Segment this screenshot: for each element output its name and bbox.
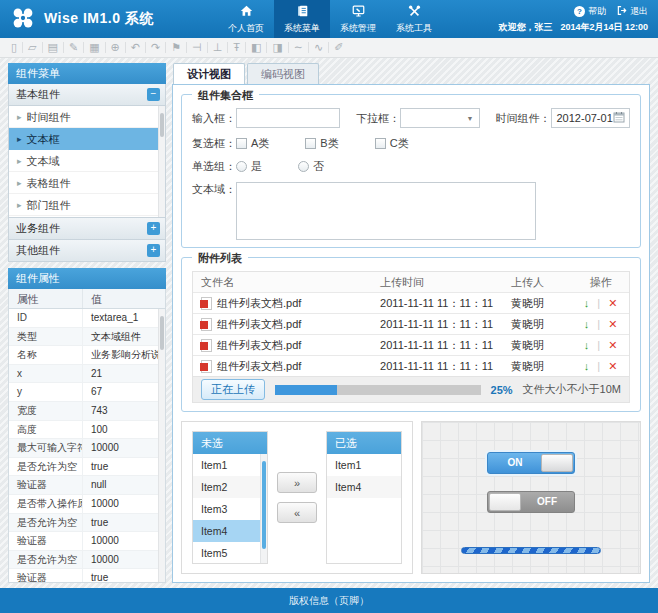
calendar-icon[interactable] (613, 111, 629, 125)
property-value: 67 (83, 383, 165, 401)
anchor-icon[interactable]: ⊥ (208, 42, 229, 53)
unlock-icon[interactable]: ◨ (267, 42, 288, 53)
radio-icon[interactable] (236, 161, 247, 172)
list-item[interactable]: Item1 (327, 454, 401, 476)
undo-icon[interactable]: ↶ (126, 42, 146, 53)
menu-item-textarea[interactable]: ▸ 文本域 (9, 150, 165, 172)
properties-scrollbar[interactable] (158, 309, 165, 582)
logout-label: 退出 (630, 5, 648, 18)
expand-icon[interactable]: + (147, 244, 160, 257)
list-scrollbar[interactable] (260, 454, 267, 563)
menu-scrollbar[interactable] (158, 106, 165, 217)
pencil-icon[interactable]: ✐ (329, 42, 348, 53)
nav-item-home[interactable]: 个人首页 (218, 0, 274, 38)
flag-icon[interactable]: ⚑ (166, 42, 187, 53)
nav-item-system-menu[interactable]: 系统菜单 (274, 0, 330, 38)
line-icon[interactable]: ∼ (289, 42, 309, 53)
checkbox-icon[interactable] (305, 138, 316, 149)
main-nav: 个人首页 系统菜单 系统管理 系统工具 (218, 0, 442, 38)
help-link[interactable]: ? 帮助 (574, 5, 606, 18)
textarea-field[interactable] (236, 182, 536, 240)
property-value: true (83, 458, 165, 476)
edit-icon[interactable]: ✎ (64, 42, 84, 53)
download-icon[interactable]: ↓ (584, 314, 590, 334)
toggle-knob[interactable] (489, 493, 521, 511)
scrollbar-thumb[interactable] (160, 316, 164, 350)
nav-item-system-tools[interactable]: 系统工具 (386, 0, 442, 38)
pdf-file-icon (201, 297, 212, 310)
pdf-file-icon (201, 339, 212, 352)
delete-icon[interactable]: ✕ (608, 314, 617, 334)
delete-icon[interactable]: ▦ (84, 42, 105, 53)
list-item[interactable]: Item2 (193, 476, 267, 498)
checkbox-icon[interactable] (236, 138, 247, 149)
attachment-uploader: 黄晓明 (507, 356, 572, 376)
radio-label: 否 (313, 159, 324, 174)
checkbox-label: B类 (320, 136, 338, 151)
logo-icon (10, 5, 36, 33)
list-item[interactable]: Item5 (193, 542, 267, 563)
radio-yes[interactable]: 是 (236, 159, 262, 174)
move-right-button[interactable]: » (277, 472, 317, 493)
menu-item-textbox[interactable]: ▸ 文本框 (9, 128, 165, 150)
toggle-switch-on[interactable]: ON (487, 452, 575, 474)
toggle-switch-off[interactable]: OFF (487, 491, 575, 513)
col-header-filename: 文件名 (193, 272, 376, 292)
tab-design-view[interactable]: 设计视图 (173, 63, 245, 84)
lock-icon[interactable]: ◧ (246, 42, 267, 53)
list-item[interactable]: Item1 (193, 454, 267, 476)
collapse-icon[interactable]: − (147, 88, 160, 101)
radio-no[interactable]: 否 (298, 159, 324, 174)
accordion-basic-components[interactable]: 基本组件 − (8, 84, 166, 106)
scrollbar-thumb[interactable] (262, 461, 266, 549)
toggle-knob[interactable] (541, 454, 573, 472)
curve-icon[interactable]: ∿ (309, 42, 329, 53)
property-name: 验证器 (9, 476, 83, 494)
open-folder-icon[interactable]: ▱ (23, 42, 42, 53)
publish-icon[interactable]: ⊕ (106, 42, 126, 53)
nav-label: 个人首页 (228, 22, 264, 35)
download-icon[interactable]: ↓ (584, 335, 590, 355)
menu-item-department-component[interactable]: ▸ 部门组件 (9, 194, 165, 216)
download-icon[interactable]: ↓ (584, 356, 590, 376)
tab-code-view[interactable]: 编码视图 (247, 63, 319, 84)
menu-item-time-component[interactable]: ▸ 时间组件 (9, 106, 165, 128)
move-left-button[interactable]: « (277, 502, 317, 523)
value-col-header: 值 (83, 289, 165, 308)
checkbox-icon[interactable] (375, 138, 386, 149)
indent-icon[interactable]: ⊣ (187, 42, 208, 53)
checkbox-class-a[interactable]: A类 (236, 136, 269, 151)
new-file-icon[interactable]: ▯ (6, 42, 23, 53)
select-label: 下拉框： (356, 111, 400, 126)
delete-icon[interactable]: ✕ (608, 356, 617, 376)
nav-item-system-admin[interactable]: 系统管理 (330, 0, 386, 38)
menu-item-table-component[interactable]: ▸ 表格组件 (9, 172, 165, 194)
list-item[interactable]: Item3 (193, 498, 267, 520)
app-logo: Wise IM1.0 系统 (0, 0, 218, 38)
scrollbar-thumb[interactable] (160, 113, 164, 137)
checkbox-class-c[interactable]: C类 (375, 136, 409, 151)
save-icon[interactable]: ▤ (43, 42, 64, 53)
checkbox-class-b[interactable]: B类 (305, 136, 338, 151)
radio-icon[interactable] (298, 161, 309, 172)
col-header-uploader: 上传人 (507, 272, 572, 292)
component-menu-list: ▸ 时间组件 ▸ 文本框 ▸ 文本域 ▸ 表格组件 (8, 106, 166, 218)
download-icon[interactable]: ↓ (584, 293, 590, 313)
attachment-table: 文件名 上传时间 上传人 操作 组件列表文档.pdf 2011-11-11 11… (192, 271, 630, 377)
list-item[interactable]: Item4 (327, 476, 401, 498)
property-name: y (9, 383, 83, 401)
logout-link[interactable]: 退出 (616, 5, 648, 18)
redo-icon[interactable]: ↷ (146, 42, 166, 53)
text-icon[interactable]: Ŧ (228, 42, 246, 53)
table-row: 组件列表文档.pdf 2011-11-11 11：11：11 黄晓明 ↓|✕ (193, 334, 629, 355)
delete-icon[interactable]: ✕ (608, 335, 617, 355)
list-item[interactable]: Item4 (193, 520, 267, 542)
delete-icon[interactable]: ✕ (608, 293, 617, 313)
date-picker-field[interactable]: 2012-07-01 (551, 108, 631, 128)
expand-icon[interactable]: + (147, 222, 160, 235)
uploading-button[interactable]: 正在上传 (201, 379, 265, 400)
accordion-other-components[interactable]: 其他组件 + (8, 240, 166, 262)
accordion-business-components[interactable]: 业务组件 + (8, 218, 166, 240)
dropdown-select[interactable]: ▼ (400, 108, 480, 128)
text-input-field[interactable] (236, 108, 340, 128)
